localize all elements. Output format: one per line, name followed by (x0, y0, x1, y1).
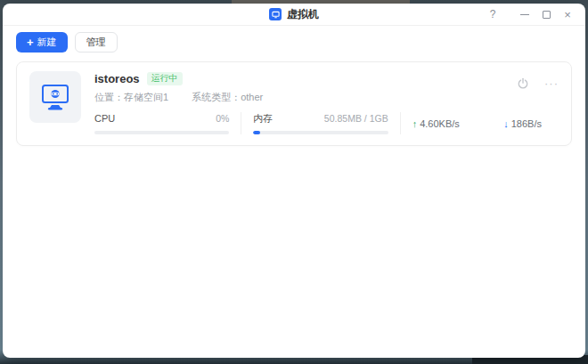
close-icon[interactable]: × (557, 4, 578, 25)
new-vm-button[interactable]: + 新建 (16, 32, 68, 53)
help-icon[interactable]: ? (482, 4, 503, 25)
cpu-stat: CPU 0% (94, 112, 241, 134)
toolbar: + 新建 管理 (3, 26, 585, 58)
memory-stat: 内存 50.85MB / 1GB (241, 112, 399, 134)
vm-actions: ··· (516, 77, 559, 91)
vm-location: 位置：存储空间1 (94, 91, 168, 103)
download-value: 186B/s (511, 118, 542, 129)
vm-app-icon (269, 8, 282, 20)
vm-header: istoreos 运行中 (94, 71, 559, 85)
vm-stats: CPU 0% 内存 50.85MB / 1GB (94, 112, 559, 134)
vm-name: istoreos (94, 72, 140, 85)
vm-thumbnail (29, 71, 81, 123)
cpu-label: CPU (94, 113, 115, 124)
vm-os-type: 系统类型：other (192, 91, 263, 103)
download-speed: ↓ 186B/s (503, 118, 542, 129)
upload-speed: ↑ 4.60KB/s (412, 118, 460, 129)
vm-status-badge: 运行中 (147, 72, 183, 85)
cpu-progress-bar (94, 131, 229, 134)
network-stat: ↑ 4.60KB/s ↓ 186B/s (400, 112, 559, 134)
vm-monitor-icon (38, 81, 72, 113)
manage-button[interactable]: 管理 (75, 32, 118, 53)
vm-meta: 位置：存储空间1 系统类型：other (94, 91, 559, 103)
memory-progress-fill (253, 131, 260, 134)
memory-value: 50.85MB / 1GB (324, 113, 388, 124)
cpu-value: 0% (216, 113, 229, 124)
upload-value: 4.60KB/s (420, 118, 460, 129)
maximize-icon[interactable] (535, 4, 557, 25)
titlebar-center: 虚拟机 (269, 7, 319, 22)
manage-label: 管理 (86, 36, 106, 49)
more-options-icon[interactable]: ··· (544, 77, 559, 91)
memory-label: 内存 (253, 112, 273, 125)
window-title: 虚拟机 (287, 7, 319, 22)
plus-icon: + (27, 36, 34, 48)
window-controls: ? × (482, 4, 578, 25)
memory-progress-bar (253, 131, 388, 134)
vm-list: istoreos 运行中 位置：存储空间1 系统类型：other CPU 0% (3, 58, 585, 358)
vm-body: istoreos 运行中 位置：存储空间1 系统类型：other CPU 0% (94, 71, 559, 134)
vm-card[interactable]: istoreos 运行中 位置：存储空间1 系统类型：other CPU 0% (16, 61, 572, 146)
power-icon[interactable] (516, 77, 530, 91)
vm-manager-window: 虚拟机 ? × + 新建 管理 (3, 4, 585, 358)
upload-arrow-icon: ↑ (412, 118, 418, 129)
download-arrow-icon: ↓ (503, 118, 509, 129)
new-vm-label: 新建 (37, 36, 57, 49)
minimize-icon[interactable] (514, 4, 535, 25)
titlebar[interactable]: 虚拟机 ? × (3, 4, 585, 26)
